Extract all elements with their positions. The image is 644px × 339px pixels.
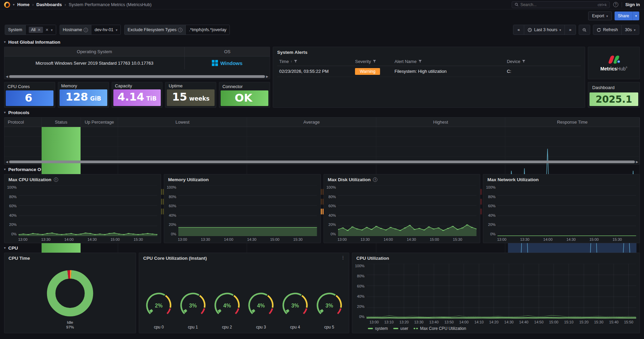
col-protocol[interactable]: Protocol (4, 118, 42, 127)
max-disk-chart[interactable]: 100%80%60%40%20%0%13:0013:3014:0014:3015… (324, 185, 480, 243)
legend-item-max-core[interactable]: Max Core CPU Utilization (414, 326, 466, 331)
alert-row: 02/23/2026, 03:55:22 PM Warning Filesyst… (277, 66, 581, 77)
stat-value: OK (221, 90, 268, 106)
alerts-col-device[interactable]: Device (505, 59, 581, 64)
svg-text:4%: 4% (223, 303, 231, 309)
horizontal-scrollbar[interactable]: ◀ ▶ (4, 160, 640, 164)
alerts-col-time[interactable]: Time↑ (277, 59, 353, 64)
panel-title: Dashboard (588, 82, 640, 92)
scroll-left-icon[interactable]: ◀ (6, 160, 8, 164)
cpu-utilization-chart[interactable]: 100%80%60%40%20%0%13:0013:1013:2013:3013… (352, 263, 640, 325)
system-chip[interactable]: All✕ (29, 27, 43, 33)
stat-uptime: Uptime 15weeks (165, 82, 216, 108)
time-shift-forward-button[interactable]: » (565, 25, 576, 35)
chevron-down-icon[interactable]: ▾ (13, 3, 15, 6)
time-range-label: Last 3 hours (534, 27, 557, 32)
gauge-label: cpu 5 (324, 325, 334, 330)
chevron-down-icon[interactable]: ▾ (51, 28, 52, 32)
max-cpu-chart[interactable]: 100%80%60%40%20%0%13:0013:3014:0014:3015… (4, 185, 161, 243)
scroll-right-icon[interactable]: ▶ (636, 160, 638, 164)
scroll-left-icon[interactable]: ◀ (6, 75, 8, 78)
section-host-global-information[interactable]: ▾ Host Global Information (4, 37, 640, 47)
legend-item-user[interactable]: user (393, 326, 408, 331)
filter-icon[interactable] (373, 60, 376, 63)
max-network-chart[interactable]: 100%80%60%40%20%0%13:0013:3014:0014:3015… (483, 185, 640, 243)
cpu-core-gauge: 4%cpu 2 (210, 264, 243, 330)
refresh-interval-select[interactable]: 30s▾ (622, 25, 639, 35)
svg-text:4%: 4% (257, 303, 265, 309)
stat-value: 6 (6, 90, 53, 106)
system-variable: System All✕ ✕ ▾ (5, 25, 56, 35)
share-button[interactable]: Share (615, 12, 632, 20)
grafana-logo[interactable] (4, 2, 10, 8)
severity-badge: Warning (355, 68, 380, 75)
stat-title: Connector (219, 82, 270, 90)
remove-chip-icon[interactable]: ✕ (38, 28, 41, 32)
donut-center-label: Idle 97% (66, 320, 74, 330)
alert-time: 02/23/2026, 03:55:22 PM (277, 69, 353, 74)
os-table-header-name[interactable]: Operating System (4, 47, 185, 56)
os-name-cell: Microsoft Windows Server 2019 Standard 1… (4, 57, 185, 69)
time-range-picker[interactable]: Last 3 hours ▾ (524, 25, 565, 35)
metricshub-arrow-icon: ➜ (617, 60, 621, 64)
filter-icon[interactable] (418, 60, 422, 63)
hostname-label: Hostnamei (60, 25, 92, 35)
cpu-core-gauge: 2%cpu 0 (142, 264, 175, 330)
scrollbar-thumb[interactable] (9, 161, 635, 163)
section-protocols[interactable]: ▾ Protocols (4, 108, 640, 117)
divider (622, 2, 622, 7)
time-shift-back-button[interactable]: « (513, 25, 524, 35)
search-box[interactable]: ctrl+k (512, 1, 610, 8)
search-input[interactable] (520, 2, 596, 7)
cpu-core-gauges[interactable]: 2%cpu 03%cpu 14%cpu 24%cpu 33%cpu 43%cpu… (139, 263, 349, 333)
hostname-variable: Hostnamei dev-hv-01▾ (60, 25, 121, 35)
chevron-down-icon: ▾ (116, 28, 117, 32)
os-table-header-os[interactable]: OS (185, 47, 270, 56)
info-icon[interactable]: i (373, 177, 377, 182)
col-up-percentage[interactable]: Up Percentage (81, 118, 118, 127)
panel-menu-icon[interactable]: ⋮ (341, 255, 346, 260)
scrollbar-thumb[interactable] (9, 75, 265, 78)
col-highest[interactable]: Highest (376, 118, 505, 127)
zoom-out-button[interactable] (579, 25, 590, 35)
info-icon[interactable]: i (54, 177, 58, 182)
exclude-fs-input[interactable]: .*tmpfs|nfs.*|overlay (186, 25, 229, 35)
breadcrumb-home[interactable]: Home (17, 2, 29, 7)
search-icon (515, 3, 518, 6)
info-icon[interactable]: i (84, 28, 88, 32)
help-icon[interactable]: ? (613, 2, 618, 7)
col-average[interactable]: Average (247, 118, 376, 127)
gauge-label: cpu 2 (222, 325, 232, 330)
col-lowest[interactable]: Lowest (118, 118, 247, 127)
col-status[interactable]: Status (42, 118, 81, 127)
legend-item-system[interactable]: system (368, 326, 388, 331)
alerts-col-severity[interactable]: Severity (353, 59, 393, 64)
filter-icon[interactable] (522, 60, 526, 63)
max-cpu-utilization-panel: Max CPU Utilizationi 100%80%60%40%20%0%1… (4, 174, 161, 243)
share-caret[interactable]: ▾ (632, 12, 639, 20)
stat-memory: Memory 128GiB (58, 82, 109, 108)
filter-bar: System All✕ ✕ ▾ Hostnamei dev-hv-01▾ Exc… (0, 22, 644, 37)
export-button[interactable]: Export ▾ (588, 12, 612, 20)
alerts-col-alert-name[interactable]: Alert Name (393, 59, 505, 64)
alert-device: C: (505, 69, 581, 74)
horizontal-scrollbar[interactable]: ◀ ▶ (4, 74, 270, 79)
filter-icon[interactable] (294, 60, 297, 63)
info-icon[interactable]: i (178, 28, 182, 32)
system-select[interactable]: All✕ ✕ ▾ (26, 25, 56, 35)
scroll-right-icon[interactable]: ▶ (266, 75, 268, 78)
sign-in-button[interactable]: Sign in (625, 2, 640, 7)
col-response-time[interactable]: Response Time (505, 118, 640, 127)
cpu-time-donut-chart[interactable]: Idle 97% (43, 263, 97, 333)
gauge-label: cpu 0 (154, 325, 164, 330)
panel-title: Max Network Utilization (487, 177, 539, 182)
os-cell: Windows (185, 57, 270, 69)
top-nav: ▾ Home › Dashboards › System Performance… (0, 0, 644, 9)
memory-chart[interactable]: 100%80%60%40%20%0%13:0013:3014:0014:3015… (164, 185, 320, 243)
refresh-interval: 30s (625, 27, 632, 32)
svg-text:3%: 3% (291, 303, 299, 309)
breadcrumb-dashboards[interactable]: Dashboards (37, 2, 62, 7)
clear-icon[interactable]: ✕ (45, 28, 48, 32)
refresh-button[interactable]: Refresh (593, 25, 622, 35)
hostname-select[interactable]: dev-hv-01▾ (91, 25, 120, 35)
